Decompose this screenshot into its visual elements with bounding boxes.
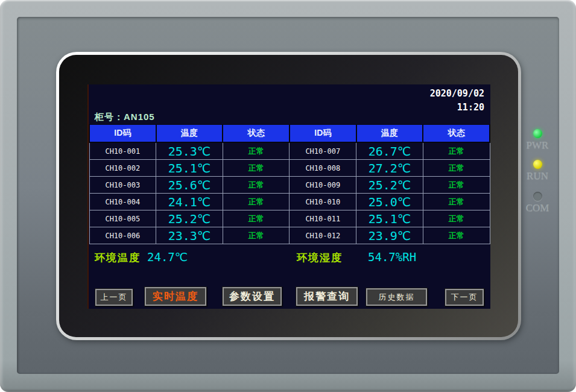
channel-id: CH10-005: [89, 210, 156, 227]
column-header-status: 状态: [423, 125, 490, 143]
hmi-screen: 2020/09/02 11:20 柜号：AN105 ID码 温度 状态 ID码 …: [87, 84, 490, 309]
channel-status: 正常: [423, 142, 490, 160]
time-text: 11:20: [430, 101, 484, 115]
channel-status: 正常: [223, 142, 290, 160]
channel-status: 正常: [223, 160, 290, 177]
run-led-icon: [533, 160, 542, 169]
column-header-id: ID码: [290, 125, 356, 143]
channel-status: 正常: [423, 160, 490, 177]
screen-header: 2020/09/02 11:20 柜号：AN105: [89, 84, 490, 124]
channel-id: CH10-002: [89, 160, 156, 177]
date-text: 2020/09/02: [430, 87, 484, 101]
run-led-label: RUN: [522, 170, 552, 182]
navigation-button-bar: 上一页 实时温度 参数设置 报警查询 历史数据 下一页: [89, 286, 490, 307]
channel-status: 正常: [423, 194, 490, 210]
channel-temp: 24.1℃: [156, 194, 223, 210]
channel-id: CH10-008: [290, 160, 356, 177]
table-row: CH10-004 24.1℃ 正常 CH10-010 25.0℃ 正常: [89, 194, 490, 210]
power-led-label: PWR: [522, 139, 552, 151]
channel-temp: 25.1℃: [356, 210, 423, 227]
run-led-group: RUN: [522, 160, 552, 182]
ambient-humidity-label: 环境湿度: [297, 251, 343, 265]
channel-status: 正常: [223, 227, 290, 244]
table-header-row: ID码 温度 状态 ID码 温度 状态: [89, 125, 490, 143]
cabinet-label: 柜号：AN105: [95, 112, 155, 123]
channel-temp: 25.6℃: [156, 177, 223, 194]
channel-temp: 26.7℃: [356, 142, 423, 160]
channel-status: 正常: [223, 194, 290, 210]
channel-temp: 23.3℃: [156, 227, 223, 244]
ambient-temperature-value: 24.7℃: [147, 250, 188, 264]
channel-temp: 27.2℃: [356, 160, 423, 177]
channel-status: 正常: [223, 177, 290, 194]
channel-id: CH10-010: [290, 194, 356, 210]
datetime-display: 2020/09/02 11:20: [430, 87, 484, 115]
channel-id: CH10-012: [290, 227, 356, 244]
power-led-group: PWR: [522, 129, 552, 151]
ambient-temperature-label: 环境温度: [95, 251, 141, 265]
history-data-button[interactable]: 历史数据: [366, 288, 428, 306]
table-row: CH10-003 25.6℃ 正常 CH10-009 25.2℃ 正常: [89, 177, 490, 194]
com-led-icon: [533, 192, 542, 201]
power-led-icon: [533, 129, 542, 138]
table-row: CH10-001 25.3℃ 正常 CH10-007 26.7℃ 正常: [89, 142, 490, 160]
com-led-label: COM: [522, 202, 552, 214]
column-header-id: ID码: [89, 125, 156, 143]
channel-temp: 25.3℃: [156, 142, 223, 160]
ambient-readings: 环境温度 24.7℃ 环境湿度 54.7%RH: [89, 244, 490, 271]
column-header-status: 状态: [223, 125, 290, 143]
column-header-temp: 温度: [156, 125, 223, 143]
channel-id: CH10-007: [290, 142, 356, 160]
ambient-humidity-value: 54.7%RH: [368, 250, 416, 264]
channel-status: 正常: [423, 227, 490, 244]
channel-temperature-table: ID码 温度 状态 ID码 温度 状态 CH10-001 25.3℃ 正常 CH…: [89, 124, 490, 244]
channel-temp: 25.0℃: [356, 194, 423, 210]
channel-id: CH10-011: [290, 210, 356, 227]
channel-temp: 25.2℃: [156, 210, 223, 227]
channel-status: 正常: [423, 177, 490, 194]
next-page-button[interactable]: 下一页: [445, 288, 484, 306]
channel-id: CH10-009: [290, 177, 356, 194]
table-row: CH10-006 23.3℃ 正常 CH10-012 23.9℃ 正常: [89, 227, 490, 244]
channel-temp: 25.1℃: [156, 160, 223, 177]
table-row: CH10-005 25.2℃ 正常 CH10-011 25.1℃ 正常: [89, 210, 490, 227]
parameter-settings-button[interactable]: 参数设置: [222, 286, 282, 306]
alarm-query-button[interactable]: 报警查询: [296, 286, 358, 306]
channel-status: 正常: [223, 210, 290, 227]
hmi-device-chassis: 2020/09/02 11:20 柜号：AN105 ID码 温度 状态 ID码 …: [0, 0, 576, 392]
channel-id: CH10-001: [89, 142, 156, 160]
channel-status: 正常: [423, 210, 490, 227]
channel-temp: 25.2℃: [356, 177, 423, 194]
channel-id: CH10-004: [89, 194, 156, 210]
com-led-group: COM: [522, 192, 552, 214]
table-row: CH10-002 25.1℃ 正常 CH10-008 27.2℃ 正常: [89, 160, 490, 177]
channel-temp: 23.9℃: [356, 227, 423, 244]
column-header-temp: 温度: [356, 125, 423, 143]
realtime-temperature-button[interactable]: 实时温度: [144, 286, 207, 306]
channel-id: CH10-003: [89, 177, 156, 194]
channel-id: CH10-006: [89, 227, 156, 244]
prev-page-button[interactable]: 上一页: [95, 288, 133, 306]
